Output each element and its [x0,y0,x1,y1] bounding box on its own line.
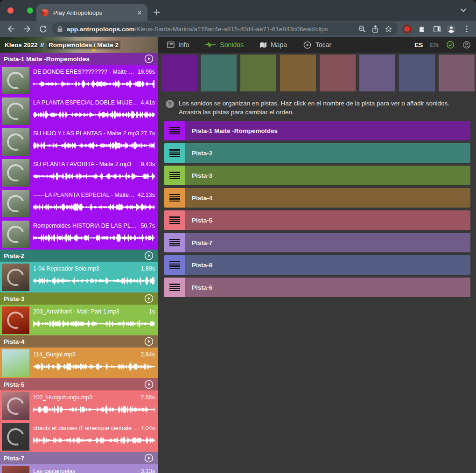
clip-thumbnail [2,159,29,187]
browser-menu-icon[interactable] [461,23,472,35]
info-list-icon [167,42,175,48]
play-track-button[interactable] [144,336,154,347]
clip-thumbnail [2,190,29,217]
clip-thumbnail [2,221,29,248]
help-text: Los sonidos se organizan en pistas. Haz … [179,99,467,117]
clip-duration: 42.13s [137,192,155,198]
track-color-swatch [240,55,276,91]
minimize-window-button[interactable] [17,7,23,14]
saved-check-icon[interactable] [446,40,455,49]
drag-handle[interactable] [164,166,185,185]
zoom-window-button[interactable] [27,7,33,14]
account-icon[interactable] [462,40,471,49]
zoom-out-icon[interactable] [358,25,366,33]
tab-info[interactable]: Info [167,41,189,49]
clip-thumbnail [2,423,29,451]
profile-avatar-icon[interactable] [446,23,457,35]
header-right: ES EN [414,40,476,49]
back-button[interactable] [6,23,17,35]
drag-handle-icon [169,216,180,224]
track-header-pista7[interactable]: Pista-7 [0,452,158,464]
track-row-pista5[interactable]: Pista-5 [164,210,470,230]
extensions-puzzle-icon[interactable] [416,23,427,35]
clip-item[interactable]: Las castañuelas3.13s [0,464,158,473]
drag-handle[interactable] [164,233,185,252]
tab-search-chevron-icon[interactable] [460,8,467,13]
clip-item[interactable]: DE DONDE ERES???????? - Maite 2.mp316.96… [0,65,158,96]
tab-sonidos[interactable]: Sonidos [205,41,244,49]
track-color-swatch [399,55,435,91]
track-row-pista3[interactable]: Pista-3 [164,166,470,185]
clip-item[interactable]: SU PLANTA FAVORITA - Maite 2.mp39.43s [0,157,158,188]
clip-item[interactable]: 114_Gunjai.mp32.84s [0,348,158,378]
drag-handle[interactable] [164,121,185,140]
clip-duration: 27.7s [140,130,155,137]
track-row-pista2[interactable]: Pista-2 [164,143,470,163]
track-header-pista5[interactable]: Pista-5 [0,378,158,390]
track-header-pista4[interactable]: Pista-4 [0,335,158,348]
clip-waveform [33,405,155,414]
clip-item[interactable]: SU HIJO Y LAS PLANTAS - Maite 2.mp327.7s [0,126,158,157]
clip-duration: 1.89s [140,265,155,272]
project-banner[interactable]: Kleos 2022//Rompemoldes / Maite 2 [0,37,158,53]
drag-handle[interactable] [164,255,185,275]
play-track-button[interactable] [144,293,154,304]
play-circle-icon [303,41,312,49]
track-row-pista1[interactable]: Pista-1 Maite -Rompemoldes [164,121,470,140]
browser-tab[interactable]: Play Antropoloops [36,4,147,21]
track-row-pista7[interactable]: Pista-7 [164,233,470,252]
clip-item[interactable]: 203_Amalihani - Mali: Part 1.mp31s [0,305,158,335]
clip-waveform [33,141,155,150]
clip-waveform [33,436,155,445]
lock-icon [57,26,63,33]
record-extension-icon[interactable] [401,23,413,35]
clip-item[interactable]: 1-04 Repicador Solo.mp31.89s [0,262,158,292]
drag-handle[interactable] [164,143,185,163]
play-track-button[interactable] [144,54,154,64]
close-window-button[interactable] [7,7,14,14]
clip-thumbnail [2,349,29,377]
track-color-strip [161,55,476,91]
drag-handle[interactable] [164,188,185,208]
help-icon: ? [166,100,174,108]
track-header-pista3[interactable]: Pista-3 [0,292,158,305]
track-row-pista6[interactable]: Pista-6 [164,278,470,297]
tab-close-icon[interactable] [136,9,143,16]
clip-duration: 1s [149,308,155,315]
clip-duration: 3.13s [140,468,155,473]
lang-es-button[interactable]: ES [414,42,423,49]
side-panel-icon[interactable] [431,23,442,35]
bookmark-star-icon[interactable] [384,25,393,34]
clip-title: LA PLANTA ESPECIAL DOBLE MUJER - Mai... [33,99,139,106]
clip-item[interactable]: ------LA PLANNTA ESPECIAL - Maite 2.mp34… [0,188,158,219]
play-track-button[interactable] [144,379,154,390]
drag-handle-icon [169,149,180,157]
drag-handle[interactable] [164,210,185,230]
url-bar[interactable]: app.antropoloops.com/Kleos-Santa-Marina/… [52,22,398,35]
clip-duration: 9.43s [140,161,155,167]
track-body-pista2: 1-04 Repicador Solo.mp31.89s [0,262,158,292]
track-row-pista4[interactable]: Pista-4 [164,188,470,208]
forward-button[interactable] [21,23,33,35]
clip-duration: 7.04s [140,425,155,431]
track-name: Pista-5 [4,381,144,388]
clip-item[interactable]: 102_Hunguhungu.mp32.56s [0,390,158,421]
tab-tocar[interactable]: Tocar [303,41,331,49]
clip-item[interactable]: chants et danses d' amerique centrale - … [0,421,158,452]
track-row-pista8[interactable]: Pista-8 [164,255,470,275]
clip-waveform [33,319,155,328]
clip-thumbnail [2,392,29,420]
help-note: ? Los sonidos se organizan en pistas. Ha… [166,99,470,117]
track-header-pista2[interactable]: Pista-2 [0,250,158,262]
clip-item[interactable]: Rompemoldes HISTORIA DE LAS PLANTAS...50… [0,219,158,250]
new-tab-button[interactable] [151,7,162,18]
play-track-button[interactable] [144,453,154,463]
tab-mapa[interactable]: Mapa [259,41,287,49]
play-track-button[interactable] [144,250,154,261]
reload-button[interactable] [37,23,49,35]
track-header-pista1[interactable]: Pista-1 Maite -Rompemoldes [0,53,158,65]
drag-handle[interactable] [164,278,185,297]
share-icon[interactable] [371,25,379,34]
clip-item[interactable]: LA PLANTA ESPECIAL DOBLE MUJER - Mai...4… [0,96,158,126]
lang-en-button[interactable]: EN [430,42,439,49]
